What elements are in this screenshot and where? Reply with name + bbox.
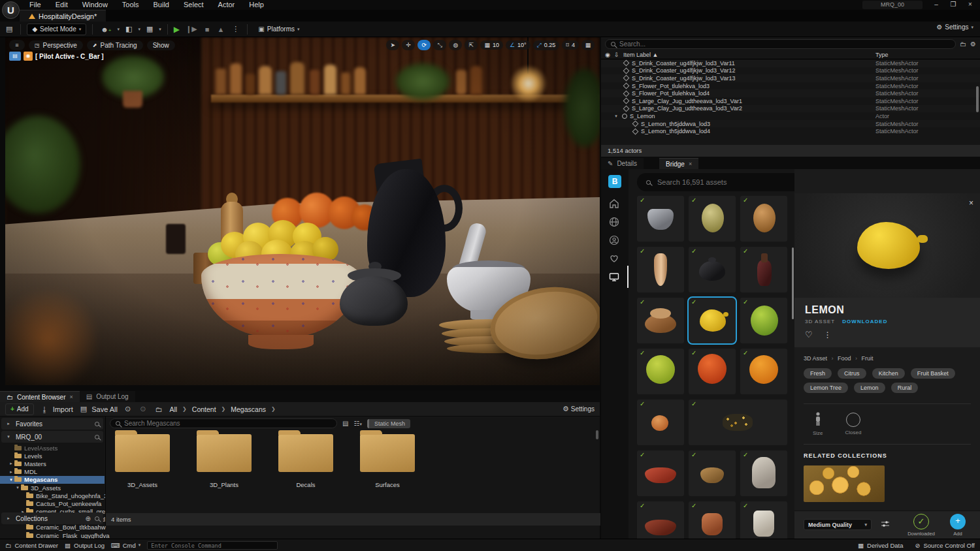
save-search-icon[interactable]: ▤ — [342, 420, 348, 427]
folder-3d-assets[interactable]: 3D_Assets — [115, 434, 170, 488]
outliner-row-s-lemon[interactable]: ▾S_LemonActor — [601, 112, 980, 120]
globe-icon[interactable] — [608, 216, 621, 229]
asset-tile-clay-pot-lid[interactable]: ✓ — [637, 298, 684, 343]
play-button[interactable]: ▶ — [174, 25, 180, 34]
asset-tile-brown-melon[interactable]: ✓ — [740, 196, 787, 242]
breadcrumb-fruit[interactable]: Fruit — [862, 355, 874, 362]
tab-content-browser[interactable]: 🗀 Content Browser × — [0, 391, 80, 402]
perspective-dropdown[interactable]: ◳Perspective — [29, 40, 83, 50]
asset-tile-lemon-selected[interactable]: ✓ — [689, 298, 736, 343]
tree-item-levels[interactable]: Levels — [0, 452, 105, 460]
asset-tile-dark-red-bowl[interactable]: ✓ — [637, 501, 684, 539]
tab-hospitalitydesign[interactable]: HospitalityDesign* — [20, 10, 106, 22]
asset-tile-stone-mortar[interactable]: ✓ — [637, 196, 684, 242]
downloaded-button[interactable]: ✓ — [913, 514, 929, 529]
asset-tile-white-cup[interactable]: ✓ — [740, 501, 787, 539]
tag-fresh[interactable]: Fresh — [804, 368, 832, 379]
tag-rural[interactable]: Rural — [891, 383, 919, 393]
cinematics-icon[interactable]: ▦ — [144, 25, 155, 33]
level-viewport[interactable]: ≡ ◳Perspective ⬈Path Tracing Show ➤ ✛ ⟳ … — [5, 37, 600, 385]
menu-actor[interactable]: Actor — [211, 0, 242, 10]
scale-snap-control[interactable]: ⤢0.25 — [533, 40, 560, 50]
add-button[interactable]: + — [950, 514, 966, 529]
tree-item-cactus-pot[interactable]: Cactus_Pot_uenkeewfa — [0, 499, 105, 507]
asset-search-input[interactable] — [124, 420, 331, 427]
close-icon[interactable]: × — [689, 161, 692, 167]
breadcrumb-food[interactable]: Food — [838, 355, 851, 362]
more-options-kebab-icon[interactable]: ⋮ — [824, 330, 832, 339]
asset-tile-blood-orange[interactable]: ✓ — [689, 349, 736, 394]
outliner-row[interactable]: S_Lemon_th5jddwva_lod4StaticMeshActor — [601, 127, 980, 135]
console-input[interactable] — [151, 543, 274, 549]
filter-icon[interactable]: ☷▾ — [353, 420, 361, 427]
filter-pill-static-mesh[interactable]: Static Mesh — [367, 419, 410, 428]
outliner-row[interactable]: S_Large_Clay_Jug_udtheeava_lod3_Var2Stat… — [601, 105, 980, 113]
asset-tile-dried-flowers[interactable]: ✓ — [689, 400, 787, 445]
outliner-settings-icon[interactable]: ⚙ — [970, 40, 976, 48]
outliner-row[interactable]: S_Drink_Coaster_ug4lfjkjw_lod3_Var11Stat… — [601, 59, 980, 67]
rotate-tool-icon[interactable]: ⟳ — [417, 40, 431, 50]
play-options-kebab-icon[interactable]: ⋮ — [230, 25, 241, 33]
outliner-row[interactable]: S_Flower_Pot_tlulehkva_lod3StaticMeshAct… — [601, 82, 980, 90]
select-tool-icon[interactable]: ➤ — [386, 40, 399, 50]
home-icon[interactable] — [608, 198, 621, 211]
content-browser-settings[interactable]: ⚙ Settings — [561, 405, 595, 413]
tree-item-megascans-selected[interactable]: ▾Megascans — [0, 476, 105, 484]
asset-search[interactable] — [110, 418, 337, 428]
menu-edit[interactable]: Edit — [48, 0, 75, 10]
favorites-section[interactable]: ▸Favorites — [1, 418, 103, 430]
tag-fruit-basket[interactable]: Fruit Basket — [911, 368, 955, 379]
outliner-row[interactable]: S_Lemon_th5jddwva_lod3StaticMeshActor — [601, 120, 980, 128]
asset-tile-red-bowl[interactable]: ✓ — [637, 450, 684, 496]
menu-build[interactable]: Build — [146, 0, 176, 10]
menu-select[interactable]: Select — [176, 0, 211, 10]
breadcrumb-megascans[interactable]: Megascans — [231, 405, 266, 413]
column-item-label[interactable]: Item Label ▲ — [623, 52, 658, 58]
tree-item-masters[interactable]: ▸Masters — [0, 460, 105, 467]
tag-kitchen[interactable]: Kitchen — [872, 368, 905, 379]
import-button[interactable]: ⭳Import — [39, 405, 73, 413]
eye-icon[interactable]: ◉ — [605, 52, 614, 58]
save-all-button[interactable]: ▤Save All — [78, 405, 118, 413]
view-mode-dropdown[interactable]: ⬈Path Tracing — [87, 40, 143, 50]
tag-lemon[interactable]: Lemon — [854, 383, 885, 393]
close-button[interactable]: × — [963, 0, 977, 9]
asset-tile-dark-bottle[interactable]: ✓ — [740, 247, 787, 292]
derived-data-button[interactable]: ▦ Derived Data — [858, 542, 903, 549]
breadcrumb-content[interactable]: Content — [192, 405, 216, 413]
move-tool-icon[interactable]: ✛ — [402, 40, 415, 50]
tree-item-3d-assets[interactable]: ▾3D_Assets — [0, 484, 105, 492]
content-drawer-button[interactable]: 🗀 Content Drawer — [5, 542, 58, 549]
related-collection-image[interactable] — [804, 465, 885, 502]
save-icon[interactable]: ▤ — [4, 25, 14, 33]
tree-item-ceramic-bowl[interactable]: Ceramic_Bowl_tltkbaahw — [0, 524, 105, 531]
menu-help[interactable]: Help — [242, 0, 271, 10]
pin-icon[interactable]: ⇩ — [614, 52, 623, 58]
quality-dropdown[interactable]: Medium Quality ▾ — [804, 519, 872, 530]
asset-tile-green-melon[interactable]: ✓ — [689, 196, 736, 242]
search-icon[interactable] — [95, 516, 99, 521]
asset-tile-apricot[interactable]: ✓ — [637, 400, 684, 445]
tab-bridge[interactable]: Bridge × — [659, 158, 698, 169]
project-root-section[interactable]: ▾MRQ_00 — [1, 431, 103, 443]
asset-tile-terracotta-cup[interactable]: ✓ — [689, 501, 736, 539]
tab-details[interactable]: ✎ Details — [601, 158, 644, 169]
close-icon[interactable]: × — [69, 394, 73, 400]
bridge-logo[interactable]: B — [608, 175, 621, 188]
outliner-row[interactable]: S_Flower_Pot_tlulehkva_lod4StaticMeshAct… — [601, 89, 980, 97]
world-space-icon[interactable]: ◍ — [449, 40, 462, 50]
outliner-scrollbar[interactable] — [976, 86, 979, 112]
outliner-search[interactable] — [605, 39, 956, 49]
menu-tools[interactable]: Tools — [115, 0, 146, 10]
outliner-row[interactable]: S_Large_Clay_Jug_udtheeava_lod3_Var1Stat… — [601, 97, 980, 105]
download-settings-sliders-icon[interactable] — [881, 520, 890, 529]
menu-file[interactable]: File — [22, 0, 48, 10]
asset-tile-orange[interactable]: ✓ — [740, 349, 787, 394]
account-icon[interactable] — [608, 234, 621, 247]
console-command-field[interactable] — [147, 541, 278, 550]
platforms-dropdown[interactable]: ▣ Platforms ▾ — [253, 24, 304, 35]
add-content-button[interactable]: +Add — [5, 403, 34, 415]
tab-output-log[interactable]: ▤ Output Log — [80, 391, 135, 402]
toolbar-settings-dropdown[interactable]: ⚙ Settings ▾ — [936, 24, 973, 31]
outliner-row[interactable]: S_Drink_Coaster_ug4lfjkjw_lod3_Var12Stat… — [601, 67, 980, 75]
